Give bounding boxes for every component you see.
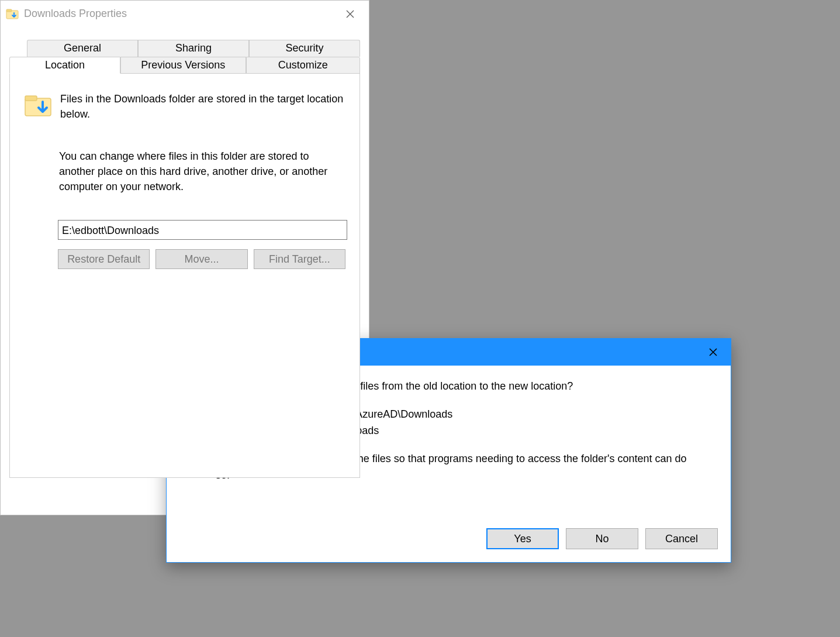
tab-location[interactable]: Location [9,57,120,74]
path-input[interactable] [58,220,347,240]
tab-panel-location: Files in the Downloads folder are stored… [9,73,360,478]
downloads-folder-large-icon [24,91,52,119]
tabs: General Sharing Security Location Previo… [9,40,360,478]
find-target-button[interactable]: Find Target... [254,249,345,269]
tab-security[interactable]: Security [249,40,360,57]
close-icon[interactable] [699,343,727,361]
svg-rect-3 [25,96,37,101]
intro-text: Files in the Downloads folder are stored… [60,91,345,122]
properties-title: Downloads Properties [24,8,336,20]
downloads-folder-icon [5,7,19,21]
tab-previous-versions[interactable]: Previous Versions [120,57,246,74]
tab-general[interactable]: General [27,40,138,57]
move-button[interactable]: Move... [155,249,247,269]
restore-default-button[interactable]: Restore Default [58,249,150,269]
properties-window: Downloads Properties General Sharing Sec… [0,0,369,515]
tab-customize[interactable]: Customize [246,57,360,74]
yes-button[interactable]: Yes [486,528,559,549]
tab-sharing[interactable]: Sharing [138,40,249,57]
description-text: You can change where files in this folde… [59,149,340,194]
svg-rect-1 [6,9,12,12]
cancel-button[interactable]: Cancel [645,528,718,549]
properties-titlebar[interactable]: Downloads Properties [1,1,369,27]
no-button[interactable]: No [566,528,638,549]
close-icon[interactable] [336,5,364,23]
